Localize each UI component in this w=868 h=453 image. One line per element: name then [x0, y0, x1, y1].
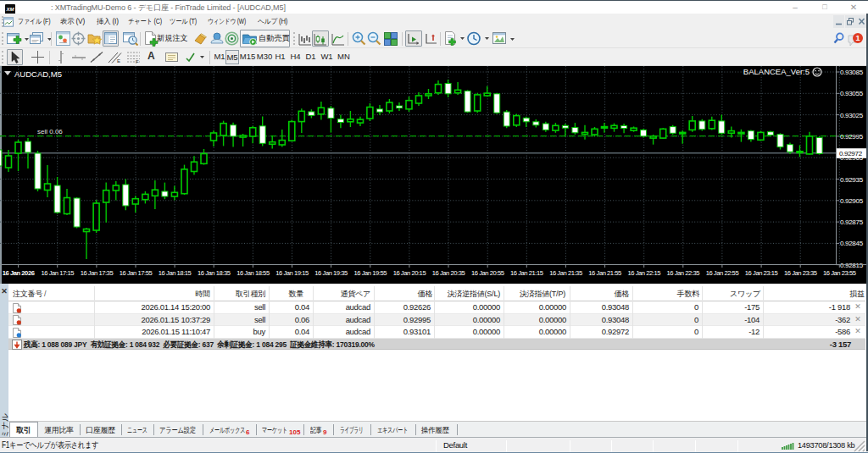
svg-text:16 Jan 17:35: 16 Jan 17:35	[81, 269, 114, 277]
svg-text:0.92935: 0.92935	[840, 176, 864, 184]
svg-text:16 Jan 22:15: 16 Jan 22:15	[627, 269, 660, 277]
svg-text:16 Jan 20:15: 16 Jan 20:15	[393, 269, 426, 277]
svg-text:0.92815: 0.92815	[840, 262, 864, 269]
svg-text:0.93055: 0.93055	[840, 90, 864, 97]
svg-text:16 Jan 23:15: 16 Jan 23:15	[745, 269, 778, 277]
svg-text:sell 0.06: sell 0.06	[37, 128, 63, 135]
svg-text:AUDCAD,M5: AUDCAD,M5	[14, 69, 62, 79]
svg-text:16 Jan 17:15: 16 Jan 17:15	[41, 269, 74, 277]
svg-text:0.92875: 0.92875	[840, 218, 864, 226]
svg-text:16 Jan 20:55: 16 Jan 20:55	[471, 269, 504, 277]
svg-text:0.92972: 0.92972	[839, 150, 863, 157]
svg-text:0.93085: 0.93085	[840, 69, 864, 76]
svg-text:16 Jan 18:55: 16 Jan 18:55	[236, 269, 270, 277]
svg-text:16 Jan 17:55: 16 Jan 17:55	[120, 269, 153, 277]
svg-text:F: F	[136, 59, 139, 64]
svg-text:16 Jan 21:55: 16 Jan 21:55	[588, 269, 621, 277]
svg-text:16 Jan 22:55: 16 Jan 22:55	[706, 269, 739, 277]
svg-text:16 Jan 19:55: 16 Jan 19:55	[354, 269, 387, 277]
svg-text:16 Jan 19:15: 16 Jan 19:15	[275, 269, 309, 277]
svg-text:E: E	[117, 58, 120, 64]
svg-text:0.93025: 0.93025	[840, 112, 864, 119]
svg-text:0.92905: 0.92905	[840, 197, 864, 205]
svg-text:0.92845: 0.92845	[840, 240, 864, 247]
svg-text:16 Jan 21:35: 16 Jan 21:35	[549, 269, 582, 277]
svg-text:16 Jan 18:35: 16 Jan 18:35	[198, 269, 231, 277]
svg-text:16 Jan 18:15: 16 Jan 18:15	[159, 269, 192, 277]
svg-text:16 Jan 20:35: 16 Jan 20:35	[432, 269, 465, 277]
svg-text:16 Jan 21:15: 16 Jan 21:15	[510, 269, 543, 277]
svg-text:16 Jan 19:35: 16 Jan 19:35	[314, 269, 348, 277]
svg-text:0.92995: 0.92995	[840, 133, 864, 141]
svg-text:16 Jan 23:35: 16 Jan 23:35	[784, 269, 817, 277]
svg-text:16 Jan 2026: 16 Jan 2026	[3, 269, 35, 277]
svg-text:16 Jan 23:55: 16 Jan 23:55	[823, 269, 856, 277]
svg-text:BALANCEA_Ver:5: BALANCEA_Ver:5	[743, 67, 810, 76]
svg-text:16 Jan 22:35: 16 Jan 22:35	[667, 269, 700, 277]
